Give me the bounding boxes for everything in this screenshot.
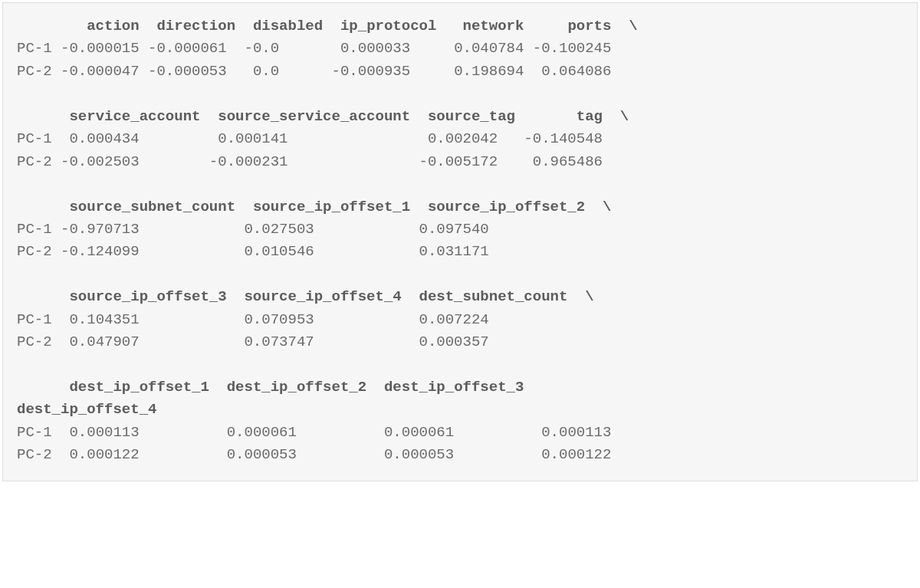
table-row: PC-1 -0.000015 -0.000061 -0.0 0.000033 0… bbox=[17, 40, 611, 57]
header-line: action direction disabled ip_protocol ne… bbox=[17, 18, 638, 34]
header-line: dest_ip_offset_1 dest_ip_offset_2 dest_i… bbox=[17, 379, 541, 418]
table-row: PC-2 0.000122 0.000053 0.000053 0.000122 bbox=[17, 446, 611, 463]
header-line: source_subnet_count source_ip_offset_1 s… bbox=[17, 199, 611, 215]
table-row: PC-2 0.047907 0.073747 0.000357 bbox=[17, 333, 489, 350]
table-row: PC-2 -0.124099 0.010546 0.031171 bbox=[17, 243, 489, 260]
table-row: PC-2 -0.002503 -0.000231 -0.005172 0.965… bbox=[17, 153, 603, 170]
table-row: PC-1 0.000434 0.000141 0.002042 -0.14054… bbox=[17, 130, 603, 147]
header-line: service_account source_service_account s… bbox=[17, 108, 629, 125]
table-row: PC-1 0.104351 0.070953 0.007224 bbox=[17, 311, 489, 328]
header-line: source_ip_offset_3 source_ip_offset_4 de… bbox=[17, 288, 594, 305]
dataframe-output: action direction disabled ip_protocol ne… bbox=[2, 2, 918, 481]
table-row: PC-1 -0.970713 0.027503 0.097540 bbox=[17, 221, 489, 238]
table-row: PC-1 0.000113 0.000061 0.000061 0.000113 bbox=[17, 424, 611, 441]
table-row: PC-2 -0.000047 -0.000053 0.0 -0.000935 0… bbox=[17, 63, 611, 80]
